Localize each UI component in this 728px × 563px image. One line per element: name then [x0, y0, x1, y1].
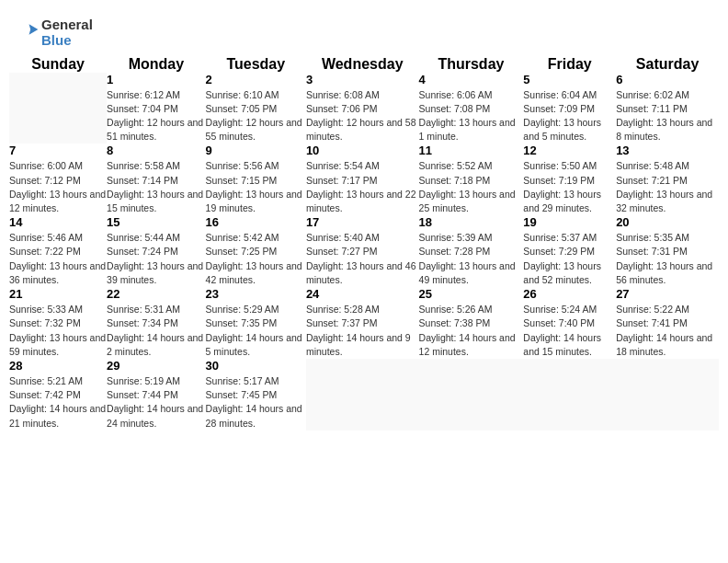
sunrise-text: Sunrise: 5:28 AM: [306, 303, 419, 316]
sunset-text: Sunset: 7:42 PM: [9, 388, 107, 402]
daylight-text: Daylight: 13 hours and 1 minute.: [419, 116, 524, 144]
calendar-week-row: 7Sunrise: 6:00 AMSunset: 7:12 PMDaylight…: [9, 144, 719, 215]
calendar-cell: 18Sunrise: 5:39 AMSunset: 7:28 PMDayligh…: [419, 215, 524, 287]
calendar-cell: 24Sunrise: 5:28 AMSunset: 7:37 PMDayligh…: [306, 287, 419, 359]
sunset-text: Sunset: 7:44 PM: [107, 388, 206, 402]
day-number: 18: [419, 215, 524, 229]
sunset-text: Sunset: 7:28 PM: [419, 245, 524, 259]
sunrise-text: Sunrise: 6:02 AM: [616, 88, 719, 102]
calendar-cell: 14Sunrise: 5:46 AMSunset: 7:22 PMDayligh…: [9, 215, 107, 287]
cell-info: Sunrise: 6:12 AMSunset: 7:04 PMDaylight:…: [107, 88, 206, 144]
sunrise-text: Sunrise: 5:44 AM: [107, 231, 206, 245]
cell-info: Sunrise: 5:19 AMSunset: 7:44 PMDaylight:…: [107, 374, 206, 431]
sunrise-text: Sunrise: 5:26 AM: [419, 303, 524, 316]
weekday-header-cell: Friday: [523, 56, 616, 73]
page-header: General Blue: [0, 0, 728, 56]
sunrise-text: Sunrise: 5:40 AM: [306, 231, 419, 245]
sunset-text: Sunset: 7:05 PM: [206, 102, 306, 116]
sunset-text: Sunset: 7:24 PM: [107, 245, 206, 259]
cell-info: Sunrise: 5:56 AMSunset: 7:15 PMDaylight:…: [206, 159, 306, 215]
cell-info: Sunrise: 5:40 AMSunset: 7:27 PMDaylight:…: [306, 231, 419, 287]
sunset-text: Sunset: 7:37 PM: [306, 316, 419, 330]
day-number: 5: [523, 73, 616, 86]
calendar-cell: [523, 359, 616, 431]
cell-info: Sunrise: 5:42 AMSunset: 7:25 PMDaylight:…: [206, 231, 306, 287]
daylight-text: Daylight: 14 hours and 18 minutes.: [616, 331, 719, 359]
cell-info: Sunrise: 6:04 AMSunset: 7:09 PMDaylight:…: [523, 88, 616, 144]
calendar-cell: 7Sunrise: 6:00 AMSunset: 7:12 PMDaylight…: [9, 144, 107, 215]
calendar-cell: [306, 359, 419, 431]
sunrise-text: Sunrise: 5:19 AM: [107, 374, 206, 388]
logo-icon: [23, 21, 40, 38]
calendar-cell: 11Sunrise: 5:52 AMSunset: 7:18 PMDayligh…: [419, 144, 524, 215]
sunrise-text: Sunrise: 5:37 AM: [523, 231, 616, 245]
calendar-wrapper: SundayMondayTuesdayWednesdayThursdayFrid…: [0, 56, 728, 440]
calendar-cell: 8Sunrise: 5:58 AMSunset: 7:14 PMDaylight…: [107, 144, 206, 215]
sunset-text: Sunset: 7:21 PM: [616, 174, 719, 188]
calendar-cell: 22Sunrise: 5:31 AMSunset: 7:34 PMDayligh…: [107, 287, 206, 359]
calendar-body: 1Sunrise: 6:12 AMSunset: 7:04 PMDaylight…: [9, 73, 719, 431]
sunrise-text: Sunrise: 6:08 AM: [306, 88, 419, 102]
sunset-text: Sunset: 7:41 PM: [616, 316, 719, 330]
calendar-cell: 5Sunrise: 6:04 AMSunset: 7:09 PMDaylight…: [523, 73, 616, 144]
logo: General Blue: [22, 17, 93, 49]
daylight-text: Daylight: 12 hours and 55 minutes.: [206, 116, 306, 144]
cell-info: Sunrise: 6:06 AMSunset: 7:08 PMDaylight:…: [419, 88, 524, 144]
cell-info: Sunrise: 5:54 AMSunset: 7:17 PMDaylight:…: [306, 159, 419, 215]
calendar-cell: 13Sunrise: 5:48 AMSunset: 7:21 PMDayligh…: [616, 144, 719, 215]
daylight-text: Daylight: 13 hours and 25 minutes.: [419, 188, 524, 215]
cell-info: Sunrise: 5:28 AMSunset: 7:37 PMDaylight:…: [306, 303, 419, 359]
calendar-cell: [9, 73, 107, 144]
daylight-text: Daylight: 13 hours and 32 minutes.: [616, 188, 719, 215]
calendar-week-row: 28Sunrise: 5:21 AMSunset: 7:42 PMDayligh…: [9, 359, 719, 431]
day-number: 26: [523, 287, 616, 301]
day-number: 20: [616, 215, 719, 229]
daylight-text: Daylight: 13 hours and 12 minutes.: [9, 188, 107, 215]
sunset-text: Sunset: 7:40 PM: [523, 316, 616, 330]
daylight-text: Daylight: 13 hours and 56 minutes.: [616, 259, 719, 287]
svg-marker-0: [29, 25, 39, 35]
sunrise-text: Sunrise: 5:56 AM: [206, 159, 306, 173]
cell-info: Sunrise: 5:21 AMSunset: 7:42 PMDaylight:…: [9, 374, 107, 431]
day-number: 4: [419, 73, 524, 86]
sunset-text: Sunset: 7:27 PM: [306, 245, 419, 259]
sunrise-text: Sunrise: 5:35 AM: [616, 231, 719, 245]
day-number: 1: [107, 73, 206, 86]
sunset-text: Sunset: 7:45 PM: [206, 388, 306, 402]
sunset-text: Sunset: 7:09 PM: [523, 102, 616, 116]
day-number: 30: [206, 359, 306, 373]
cell-info: Sunrise: 5:17 AMSunset: 7:45 PMDaylight:…: [206, 374, 306, 431]
daylight-text: Daylight: 14 hours and 9 minutes.: [306, 331, 419, 359]
cell-info: Sunrise: 5:22 AMSunset: 7:41 PMDaylight:…: [616, 303, 719, 359]
sunrise-text: Sunrise: 6:06 AM: [419, 88, 524, 102]
sunrise-text: Sunrise: 5:42 AM: [206, 231, 306, 245]
weekday-header-cell: Wednesday: [306, 56, 419, 73]
calendar-cell: 26Sunrise: 5:24 AMSunset: 7:40 PMDayligh…: [523, 287, 616, 359]
sunset-text: Sunset: 7:29 PM: [523, 245, 616, 259]
cell-info: Sunrise: 5:39 AMSunset: 7:28 PMDaylight:…: [419, 231, 524, 287]
day-number: 15: [107, 215, 206, 229]
calendar-cell: 15Sunrise: 5:44 AMSunset: 7:24 PMDayligh…: [107, 215, 206, 287]
sunset-text: Sunset: 7:25 PM: [206, 245, 306, 259]
day-number: 6: [616, 73, 719, 86]
day-number: 27: [616, 287, 719, 301]
calendar-cell: 12Sunrise: 5:50 AMSunset: 7:19 PMDayligh…: [523, 144, 616, 215]
calendar-cell: 19Sunrise: 5:37 AMSunset: 7:29 PMDayligh…: [523, 215, 616, 287]
cell-info: Sunrise: 5:33 AMSunset: 7:32 PMDaylight:…: [9, 303, 107, 359]
daylight-text: Daylight: 13 hours and 5 minutes.: [523, 116, 616, 144]
daylight-text: Daylight: 14 hours and 24 minutes.: [107, 402, 206, 430]
sunrise-text: Sunrise: 5:22 AM: [616, 303, 719, 316]
cell-info: Sunrise: 5:24 AMSunset: 7:40 PMDaylight:…: [523, 303, 616, 359]
calendar-cell: 21Sunrise: 5:33 AMSunset: 7:32 PMDayligh…: [9, 287, 107, 359]
cell-info: Sunrise: 6:00 AMSunset: 7:12 PMDaylight:…: [9, 159, 107, 215]
daylight-text: Daylight: 12 hours and 58 minutes.: [306, 116, 419, 144]
calendar-week-row: 1Sunrise: 6:12 AMSunset: 7:04 PMDaylight…: [9, 73, 719, 144]
sunset-text: Sunset: 7:12 PM: [9, 174, 107, 188]
cell-info: Sunrise: 5:35 AMSunset: 7:31 PMDaylight:…: [616, 231, 719, 287]
sunrise-text: Sunrise: 5:50 AM: [523, 159, 616, 173]
day-number: 17: [306, 215, 419, 229]
calendar-cell: 25Sunrise: 5:26 AMSunset: 7:38 PMDayligh…: [419, 287, 524, 359]
sunset-text: Sunset: 7:15 PM: [206, 174, 306, 188]
calendar-cell: 4Sunrise: 6:06 AMSunset: 7:08 PMDaylight…: [419, 73, 524, 144]
daylight-text: Daylight: 13 hours and 42 minutes.: [206, 259, 306, 287]
